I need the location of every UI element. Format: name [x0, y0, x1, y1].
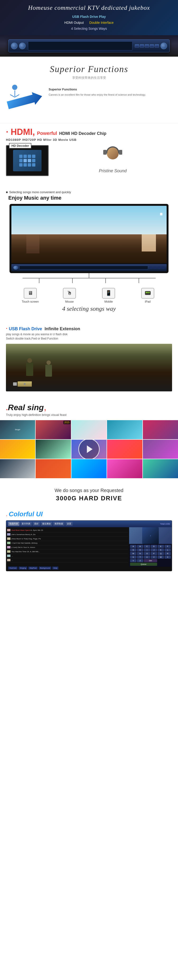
key-I[interactable]: I	[144, 549, 150, 552]
monitor-icon: 🖥	[28, 290, 33, 296]
ui-tab-5[interactable]: 推荐歌曲	[53, 522, 65, 526]
album-cover: ♪	[142, 527, 159, 544]
ui-tab-1[interactable]: 歌曲列表	[8, 522, 19, 526]
song-row-6[interactable]: You Had the Time Of..A..Bill Mill...	[7, 550, 128, 554]
soldier-head-2	[47, 360, 51, 365]
key-M[interactable]: M	[130, 552, 137, 555]
gallery-item-11	[0, 459, 35, 478]
year-badge: 2015	[63, 421, 71, 424]
tv-dev-btn	[149, 266, 153, 269]
key-A[interactable]: A	[130, 545, 137, 548]
song-text-7: ...	[11, 555, 128, 557]
key-K[interactable]: K	[158, 549, 164, 552]
headphone-area: Pristine Sound	[54, 148, 172, 173]
hdmi-content: HD Decoder	[6, 145, 172, 176]
key-Y[interactable]: Y	[130, 559, 137, 562]
key-V[interactable]: V	[151, 555, 157, 558]
song-row-2[interactable]: (He's Somehow Been) A..De	[7, 533, 128, 537]
bottom-btn-background[interactable]: Background	[39, 566, 51, 570]
selection-icons: 🖥 Touch screen 🖱 Mouse 📱 Mobile 📟 iPad	[6, 288, 172, 303]
usb-device-container	[6, 344, 172, 391]
key-L[interactable]: L	[164, 549, 171, 552]
ipad-icon-box: 📟	[141, 288, 154, 299]
ui-tab-2[interactable]: 影片列表	[20, 522, 32, 526]
figure-body	[14, 91, 15, 96]
colorful-title-line: . Colorful UI	[6, 510, 172, 518]
song-row-1[interactable]: God Must Have Spent A..Sync We 23	[7, 528, 128, 533]
key-R[interactable]: R	[164, 552, 171, 555]
key-N[interactable]: N	[137, 552, 143, 555]
song-row-5[interactable]: (I Just) Did In Your In..Arevo	[7, 545, 128, 550]
key-E[interactable]: E	[158, 545, 164, 548]
hdmi-title-rest: HDMI HD Decoder Chip	[59, 131, 106, 136]
gallery-bg-6	[0, 440, 35, 459]
select-item-mouse: 🖱 Mouse	[50, 288, 89, 303]
key-queue[interactable]: Queue	[130, 563, 157, 566]
album-note: ♪	[150, 535, 151, 537]
bottom-btn-skipfwd[interactable]: SkipFwd	[28, 566, 38, 570]
gallery-bg-14	[107, 459, 142, 478]
key-C[interactable]: C	[144, 545, 150, 548]
key-H[interactable]: H	[137, 549, 143, 552]
key-P[interactable]: P	[151, 552, 157, 555]
gallery-item-6	[0, 440, 35, 459]
hd-decoder-label: HD Decoder	[9, 143, 32, 148]
usb-bullet-dot: ·	[6, 326, 9, 331]
song-text-8: ...	[11, 559, 128, 561]
key-O[interactable]: O	[144, 552, 150, 555]
key-T[interactable]: T	[137, 555, 143, 558]
figure-head	[12, 85, 17, 90]
key-Z[interactable]: Z	[137, 559, 143, 562]
gallery-inner-5	[143, 420, 178, 439]
tree-branches	[22, 278, 156, 283]
key-D[interactable]: D	[151, 545, 157, 548]
key-S[interactable]: S	[130, 555, 137, 558]
gallery-bg-11	[0, 459, 35, 478]
key-B[interactable]: B	[137, 545, 143, 548]
gallery-item-7	[36, 440, 71, 459]
ui-tab-4[interactable]: 最近播放	[41, 522, 52, 526]
chip-unit	[32, 155, 35, 158]
bottom-btn-youcool[interactable]: YouCool	[8, 566, 17, 570]
bottom-btn-help[interactable]: Help	[52, 566, 58, 570]
gallery-item-3	[71, 420, 107, 439]
tv-device-btns	[149, 266, 165, 269]
feature-double: Double Interface	[89, 21, 114, 24]
gallery-bg-5	[143, 420, 178, 439]
key-J[interactable]: J	[151, 549, 157, 552]
play-triangle	[87, 445, 93, 453]
ui-tab-6[interactable]: 设置	[66, 522, 72, 526]
song-text-6: You Had the Time Of..A..Bill Mill...	[11, 550, 128, 553]
key-U[interactable]: U	[144, 555, 150, 558]
song-text-4: I Can't Get Nid Satisfie..Britney	[11, 542, 128, 544]
figure-arms	[9, 97, 20, 97]
song-flag-4	[7, 542, 11, 544]
select-item-mobile: 📱 Mobile	[89, 288, 128, 303]
song-row-7[interactable]: ...	[7, 554, 128, 558]
chip-visual	[13, 150, 41, 171]
colorful-section: . Colorful UI 歌曲列表 影片列表 喜好 最近播放 推荐歌曲 设置 …	[0, 507, 178, 575]
song-row-3[interactable]: (How Much Is That) Dog..Page, Pe	[7, 537, 128, 541]
gallery-item-12	[36, 459, 71, 478]
ui-album-art: ♪	[129, 527, 172, 544]
bottom-btn-singing[interactable]: Singing	[19, 566, 27, 570]
ui-topbar: 歌曲列表 影片列表 喜好 最近播放 推荐歌曲 设置 Total:1936	[6, 520, 172, 527]
song-row-8[interactable]: ...	[7, 558, 128, 562]
key-F[interactable]: F	[164, 545, 171, 548]
key-G[interactable]: G	[130, 549, 137, 552]
gallery-item-1: Singer	[0, 420, 35, 439]
key-W[interactable]: W	[158, 555, 164, 558]
play-circle-overlay[interactable]	[78, 440, 100, 459]
ui-tab-3[interactable]: 喜好	[33, 522, 40, 526]
device-image-area	[0, 35, 178, 57]
song-text-1: God Must Have Spent A..Sync We 23	[11, 529, 128, 531]
key-X[interactable]: X	[164, 555, 171, 558]
branch-3	[106, 278, 106, 283]
real-sing-section: . Real sing , Truly enjoy high-definitio…	[0, 399, 178, 480]
song-row-4[interactable]: I Can't Get Nid Satisfie..Britney	[7, 541, 128, 545]
headphone-arc	[106, 146, 120, 153]
hdd-text: 3000G HARD DRIVE	[5, 495, 173, 502]
request-text: We do songs as your Requested	[5, 488, 173, 493]
key-Q[interactable]: Q	[158, 552, 164, 555]
key-delete[interactable]: Del	[144, 559, 157, 562]
